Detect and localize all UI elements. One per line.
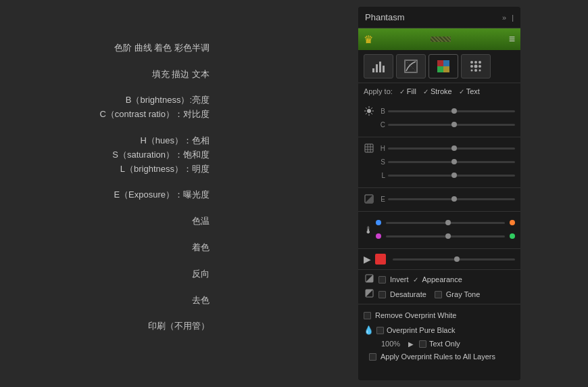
close-icon[interactable]: | [512,14,514,22]
ann-group-3: B（brightness）:亮度 C（contrast ratio）：对比度 [20,93,210,122]
s-slider-row: S [377,156,515,168]
svg-marker-36 [366,275,373,282]
svg-rect-1 [376,64,378,72]
percentage-value: 100% [381,340,406,348]
ann-text-8: 反向 [20,267,210,281]
apply-to-row: Apply to: ✓ Fill ✓ Stroke ✓ Text [358,83,520,99]
graytone-checkbox[interactable] [435,291,442,298]
appearance-check: ✓ [413,276,418,283]
b-label: B [377,108,385,115]
s-slider[interactable] [388,161,515,163]
c-slider-row: C [377,118,515,131]
ann-text-9: 去色 [20,294,210,308]
content-area: B C [358,99,520,380]
ann-group-4: H（hues）：色相 S（saturation）：饱和度 L（brightnes… [20,134,210,176]
desaturate-label: Desaturate [390,290,426,298]
menu-icon[interactable]: ≡ [509,33,515,45]
hsl-section: H S L [358,139,520,185]
divider-4 [358,248,520,249]
svg-line-24 [366,108,367,109]
l-slider-row: L [377,169,515,181]
color-temp-section: 🌡 [358,214,520,246]
c-slider[interactable] [388,124,515,126]
tint-section: ▶ [358,251,520,267]
ann-text-7: 着色 [20,241,210,255]
pct-arrow-icon[interactable]: ▶ [408,340,414,348]
exposure-icon [364,194,374,206]
left-annotations: 色阶 曲线 着色 彩色半调 填充 描边 文本 B（brightness）:亮度 … [0,0,230,387]
svg-line-26 [371,108,372,109]
svg-point-11 [474,61,477,64]
apply-stroke-option[interactable]: ✓ Stroke [423,87,452,95]
tint-tool-button[interactable] [428,54,458,78]
svg-rect-0 [372,68,374,72]
title-icons: » | [502,14,514,22]
overprint-pure-black-label: Overprint Pure Black [387,326,455,334]
svg-point-19 [367,109,371,113]
b-slider[interactable] [388,110,515,112]
graytone-label: Gray Tone [446,290,481,298]
ann-group-7: 着色 [20,241,210,255]
l-slider[interactable] [388,175,515,177]
overprint-pure-black-checkbox[interactable] [376,327,384,334]
desaturate-icon [364,289,374,300]
tint-slider[interactable] [393,258,515,260]
hsl-icon [364,143,374,155]
ann-text-2: 填充 描边 文本 [20,68,210,82]
crown-icon: ♛ [364,33,373,46]
brightness-icon [364,106,374,118]
color-temp-sliders [376,217,515,244]
svg-point-15 [479,65,481,68]
halftone-tool-button[interactable] [461,54,491,78]
text-only-checkbox[interactable] [419,340,426,348]
svg-rect-8 [437,66,443,72]
color-temp-top-slider[interactable] [386,222,505,224]
text-check: ✓ [459,88,464,95]
header-stripe [431,37,451,42]
ann-text-3a: B（brightness）:亮度 [20,93,210,108]
apply-fill-option[interactable]: ✓ Fill [399,87,416,95]
invert-row: Invert ✓ Appearance [358,272,520,287]
svg-rect-9 [443,66,449,72]
color-temp-bottom-slider[interactable] [386,235,505,237]
remove-overprint-label: Remove Overprint White [375,311,456,319]
divider-6 [358,304,520,304]
green-dot [510,233,515,239]
ann-group-6: 色温 [20,214,210,229]
app-title: Phantasm [365,12,405,22]
divider-5 [358,269,520,270]
h-slider[interactable] [388,147,515,150]
e-slider[interactable] [388,198,515,200]
text-label: Text [466,87,480,95]
remove-overprint-checkbox[interactable] [364,312,371,319]
invert-checkbox[interactable] [378,276,386,283]
ann-text-10: 印刷（不用管） [20,319,210,334]
remove-overprint-row: Remove Overprint White [364,309,515,322]
histogram-tool-button[interactable] [364,54,393,78]
apply-all-layers-label: Apply Overprint Rules to All Layers [381,352,495,361]
ann-text-3b: C（contrast ratio）：对比度 [20,108,210,122]
c-label: C [377,121,385,129]
apply-text-option[interactable]: ✓ Text [459,87,480,95]
svg-point-17 [474,69,477,72]
tint-color-swatch[interactable] [375,254,386,265]
fill-label: Fill [407,87,416,95]
expand-icon[interactable]: » [502,14,506,22]
apply-all-layers-checkbox[interactable] [369,353,376,361]
apply-all-layers-row: Apply Overprint Rules to All Layers [364,350,515,363]
svg-rect-2 [379,62,381,72]
curves-tool-button[interactable] [396,54,426,78]
divider-1 [358,137,520,137]
ann-group-8: 反向 [20,267,210,281]
ann-group-2: 填充 描边 文本 [20,68,210,82]
desaturate-checkbox[interactable] [378,291,386,298]
ann-text-4b: S（saturation）：饱和度 [20,148,210,162]
ann-text-4a: H（hues）：色相 [20,134,210,148]
thermometer-icon: 🌡 [364,225,373,235]
svg-point-14 [474,65,478,68]
ann-group-1: 色阶 曲线 着色 彩色半调 [20,41,210,55]
e-label: E [377,196,385,203]
color-temp-bottom-row [376,230,515,242]
divider-3 [358,211,520,212]
svg-point-13 [470,65,473,68]
